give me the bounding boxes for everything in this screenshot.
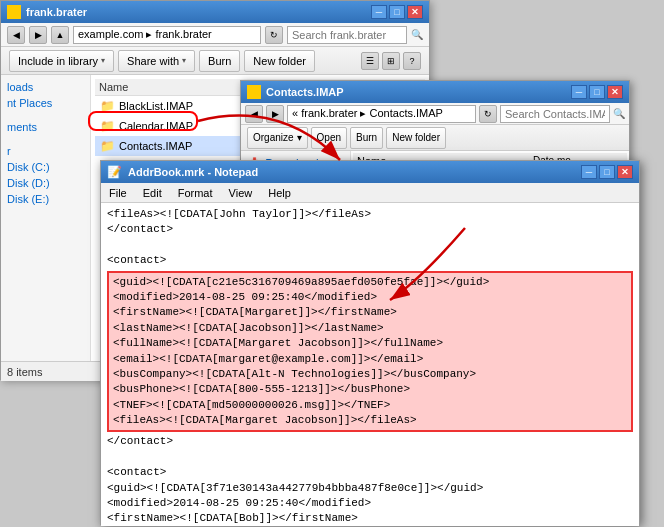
- menu-file[interactable]: File: [105, 187, 131, 199]
- menu-edit[interactable]: Edit: [139, 187, 166, 199]
- refresh-button[interactable]: ↻: [265, 26, 283, 44]
- sidebar-item-loads[interactable]: loads: [1, 79, 90, 95]
- close-button[interactable]: ✕: [607, 85, 623, 99]
- organize-button[interactable]: Organize ▾: [247, 127, 308, 149]
- text-line: <guid><![CDATA[3f71e30143a442779b4bbba48…: [107, 481, 633, 496]
- menu-help[interactable]: Help: [264, 187, 295, 199]
- up-button[interactable]: ▲: [51, 26, 69, 44]
- folder-icon: [7, 5, 21, 19]
- explorer-toolbar: Include in library ▾ Share with ▾ Burn N…: [1, 47, 429, 75]
- file-name: Calendar.IMAP: [119, 120, 193, 132]
- menu-view[interactable]: View: [225, 187, 257, 199]
- view-grid-button[interactable]: ⊞: [382, 52, 400, 70]
- text-line: <busPhone><![CDATA[800-555-1213]]></busP…: [113, 382, 627, 397]
- file-name: BlackList.IMAP: [119, 100, 193, 112]
- maximize-button[interactable]: □: [589, 85, 605, 99]
- explorer-title: frank.brater: [26, 6, 87, 18]
- menu-format[interactable]: Format: [174, 187, 217, 199]
- breadcrumb-text: « frank.brater ▸ Contacts.IMAP: [292, 107, 443, 120]
- minimize-button[interactable]: ─: [371, 5, 387, 19]
- notepad-title-text: AddrBook.mrk - Notepad: [128, 166, 258, 178]
- text-line: </contact>: [107, 434, 633, 449]
- sidebar-item-documents[interactable]: ments: [1, 119, 90, 135]
- view-controls: ☰ ⊞ ?: [361, 52, 421, 70]
- minimize-button[interactable]: ─: [581, 165, 597, 179]
- explorer-sidebar: loads nt Places ments r Disk (C:) Disk (…: [1, 75, 91, 361]
- breadcrumb: « frank.brater ▸ Contacts.IMAP: [287, 105, 476, 123]
- close-button[interactable]: ✕: [407, 5, 423, 19]
- notepad-menu-bar: File Edit Format View Help: [101, 183, 639, 203]
- back-button[interactable]: ◀: [245, 105, 263, 123]
- notepad-title-bar: 📝 AddrBook.mrk - Notepad ─ □ ✕: [101, 161, 639, 183]
- forward-button[interactable]: ▶: [266, 105, 284, 123]
- text-line: <fileAs><![CDATA[John Taylor]]></fileAs>: [107, 207, 633, 222]
- contacts-search-input[interactable]: [500, 105, 610, 123]
- contacts-address-bar: ◀ ▶ « frank.brater ▸ Contacts.IMAP ↻ 🔍: [241, 103, 629, 125]
- back-button[interactable]: ◀: [7, 26, 25, 44]
- text-line: <contact>: [107, 465, 633, 480]
- address-input[interactable]: [73, 26, 261, 44]
- burn-button[interactable]: Burn: [199, 50, 240, 72]
- explorer-title-bar: frank.brater ─ □ ✕: [1, 1, 429, 23]
- item-count: 8 items: [7, 366, 42, 378]
- text-line: </contact>: [107, 222, 633, 237]
- sidebar-item-recent[interactable]: nt Places: [1, 95, 90, 111]
- dropdown-arrow: ▾: [297, 132, 302, 143]
- search-icon: 🔍: [613, 108, 625, 119]
- highlighted-block: <guid><![CDATA[c21e5c316709469a895aefd05…: [107, 271, 633, 433]
- refresh-button[interactable]: ↻: [479, 105, 497, 123]
- text-line: <firstName><![CDATA[Bob]]></firstName>: [107, 511, 633, 526]
- text-line: <fileAs><![CDATA[Margaret Jacobson]]></f…: [113, 413, 627, 428]
- search-icon: 🔍: [411, 29, 423, 40]
- sidebar-item-d-drive[interactable]: Disk (D:): [1, 175, 90, 191]
- text-line: <email><![CDATA[margaret@example.com]]><…: [113, 352, 627, 367]
- maximize-button[interactable]: □: [599, 165, 615, 179]
- text-line: <TNEF><![CDATA[md50000000026.msg]]></TNE…: [113, 398, 627, 413]
- include-library-button[interactable]: Include in library ▾: [9, 50, 114, 72]
- sidebar-item-e-drive[interactable]: Disk (E:): [1, 191, 90, 207]
- notepad-text-area[interactable]: <fileAs><![CDATA[John Taylor]]></fileAs>…: [101, 203, 639, 526]
- folder-icon: 📁: [99, 138, 115, 154]
- text-line: <lastName><![CDATA[Jacobson]]></lastName…: [113, 321, 627, 336]
- open-button[interactable]: Open: [311, 127, 347, 149]
- notepad-icon: 📝: [107, 165, 122, 179]
- window-controls: ─ □ ✕: [371, 5, 423, 19]
- file-name: Contacts.IMAP: [119, 140, 192, 152]
- sidebar-item-c-drive[interactable]: Disk (C:): [1, 159, 90, 175]
- text-line: <modified>2014-08-25 09:25:40</modified>: [113, 290, 627, 305]
- maximize-button[interactable]: □: [389, 5, 405, 19]
- text-line: <contact>: [107, 253, 633, 268]
- contacts-toolbar: Organize ▾ Open Burn New folder: [241, 125, 629, 151]
- sidebar-item-r[interactable]: r: [1, 143, 90, 159]
- text-line: <modified>2014-08-25 09:25:40</modified>: [107, 496, 633, 511]
- folder-icon: 📁: [99, 118, 115, 134]
- help-button[interactable]: ?: [403, 52, 421, 70]
- address-bar: ◀ ▶ ▲ ↻ 🔍: [1, 23, 429, 47]
- search-input[interactable]: [287, 26, 407, 44]
- notepad-window: 📝 AddrBook.mrk - Notepad ─ □ ✕ File Edit…: [100, 160, 640, 525]
- folder-icon: [247, 85, 261, 99]
- text-line: <fullName><![CDATA[Margaret Jacobson]]><…: [113, 336, 627, 351]
- window-controls: ─ □ ✕: [571, 85, 623, 99]
- window-controls: ─ □ ✕: [581, 165, 633, 179]
- forward-button[interactable]: ▶: [29, 26, 47, 44]
- new-folder-button[interactable]: New folder: [386, 127, 446, 149]
- contacts-title-bar: Contacts.IMAP ─ □ ✕: [241, 81, 629, 103]
- dropdown-arrow: ▾: [182, 56, 186, 65]
- text-line: [107, 450, 633, 465]
- share-with-button[interactable]: Share with ▾: [118, 50, 195, 72]
- minimize-button[interactable]: ─: [571, 85, 587, 99]
- sidebar-spacer: [1, 111, 90, 119]
- text-line: <guid><![CDATA[c21e5c316709469a895aefd05…: [113, 275, 627, 290]
- text-line: <busCompany><![CDATA[Alt-N Technologies]…: [113, 367, 627, 382]
- text-line: <firstName><![CDATA[Margaret]]></firstNa…: [113, 305, 627, 320]
- contacts-title: Contacts.IMAP: [266, 86, 344, 98]
- text-line: [107, 238, 633, 253]
- burn-button[interactable]: Burn: [350, 127, 383, 149]
- close-button[interactable]: ✕: [617, 165, 633, 179]
- new-folder-button[interactable]: New folder: [244, 50, 315, 72]
- sidebar-spacer2: [1, 135, 90, 143]
- folder-icon: 📁: [99, 98, 115, 114]
- dropdown-arrow: ▾: [101, 56, 105, 65]
- view-list-button[interactable]: ☰: [361, 52, 379, 70]
